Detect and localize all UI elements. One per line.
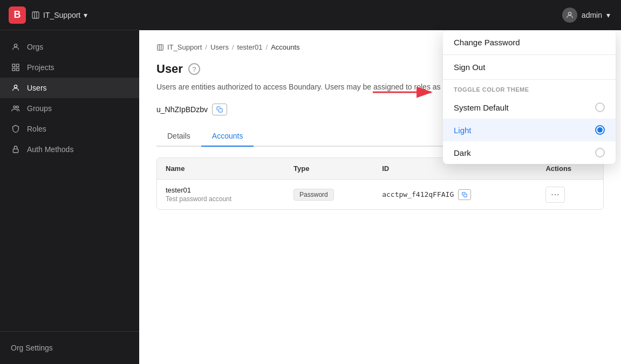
- svg-rect-7: [16, 68, 19, 71]
- sidebar: B IT_Support ▾ Orgs Projects: [0, 0, 139, 364]
- theme-dark-radio: [595, 148, 605, 157]
- account-id-text: acctpw_f412qFFAIG: [382, 190, 454, 198]
- admin-menu[interactable]: admin ▾: [562, 8, 610, 23]
- accounts-table-container: Name Type ID Actions tester01 Test passw…: [156, 157, 604, 210]
- svg-rect-17: [464, 194, 467, 196]
- sidebar-item-orgs[interactable]: Orgs: [0, 37, 139, 57]
- sidebar-item-projects-label: Projects: [27, 63, 54, 72]
- svg-point-10: [16, 106, 18, 108]
- svg-point-12: [568, 12, 571, 15]
- sidebar-item-groups[interactable]: Groups: [0, 98, 139, 119]
- org-icon: [11, 42, 21, 52]
- copy-user-id-button[interactable]: [212, 104, 227, 115]
- sidebar-item-orgs-label: Orgs: [27, 43, 43, 51]
- account-actions-cell: ···: [537, 180, 603, 210]
- sidebar-item-auth-methods[interactable]: Auth Methods: [0, 139, 139, 160]
- admin-label: admin: [582, 11, 602, 19]
- theme-dark-option[interactable]: Dark: [443, 141, 616, 164]
- change-password-option[interactable]: Change Password: [443, 30, 616, 54]
- svg-rect-5: [16, 64, 19, 67]
- sidebar-item-users[interactable]: Users: [0, 78, 139, 98]
- theme-light-radio: [595, 125, 605, 135]
- workspace-chevron: ▾: [84, 11, 87, 19]
- theme-light-option[interactable]: Light: [443, 119, 616, 141]
- theme-light-radio-inner: [597, 127, 603, 133]
- breadcrumb-building-icon: [156, 44, 164, 51]
- svg-point-9: [13, 106, 16, 108]
- theme-section-label: TOGGLE COLOR THEME: [443, 80, 616, 96]
- type-badge: Password: [294, 189, 334, 201]
- sidebar-item-org-settings-label: Org Settings: [11, 344, 53, 352]
- breadcrumb-sep-2: /: [232, 43, 234, 51]
- user-dropdown-menu: Change Password Sign Out TOGGLE COLOR TH…: [443, 30, 616, 164]
- sidebar-footer: Org Settings: [0, 331, 139, 364]
- sidebar-header: B IT_Support ▾: [0, 0, 139, 30]
- tab-details[interactable]: Details: [156, 126, 201, 147]
- sidebar-item-roles[interactable]: Roles: [0, 119, 139, 139]
- grid-icon: [11, 63, 21, 72]
- user-icon: [11, 83, 21, 93]
- sidebar-item-users-label: Users: [27, 84, 47, 92]
- theme-dark-label: Dark: [454, 148, 471, 157]
- help-icon[interactable]: ?: [188, 63, 200, 75]
- page-title: User: [156, 62, 183, 76]
- sidebar-item-projects[interactable]: Projects: [0, 57, 139, 78]
- admin-chevron: ▾: [606, 11, 610, 19]
- breadcrumb-tester01[interactable]: tester01: [237, 43, 263, 51]
- breadcrumb-sep-3: /: [266, 43, 268, 51]
- theme-light-label: Light: [454, 126, 472, 135]
- svg-rect-0: [32, 12, 39, 18]
- app-logo: B: [9, 6, 26, 24]
- accounts-table: Name Type ID Actions tester01 Test passw…: [157, 158, 603, 209]
- breadcrumb-it-support[interactable]: IT_Support: [167, 43, 202, 51]
- tab-accounts[interactable]: Accounts: [201, 126, 254, 147]
- col-header-name: Name: [157, 158, 285, 180]
- svg-point-8: [14, 85, 17, 88]
- breadcrumb-users[interactable]: Users: [210, 43, 229, 51]
- account-name-cell: tester01 Test password account: [157, 180, 285, 210]
- table-body: tester01 Test password account Password …: [157, 180, 603, 210]
- sidebar-item-auth-methods-label: Auth Methods: [27, 145, 73, 154]
- col-header-type: Type: [285, 158, 373, 180]
- svg-rect-16: [219, 109, 222, 113]
- sidebar-item-roles-label: Roles: [27, 125, 46, 133]
- table-row: tester01 Test password account Password …: [157, 180, 603, 210]
- group-icon: [11, 104, 21, 113]
- account-sub: Test password account: [166, 195, 276, 203]
- theme-system-label: System Default: [454, 103, 509, 112]
- user-id: u_NhZIpBDzbv: [156, 105, 208, 114]
- sidebar-nav: Orgs Projects Users Groups: [0, 30, 139, 331]
- theme-system-radio: [595, 102, 605, 112]
- workspace-selector[interactable]: IT_Support ▾: [31, 11, 87, 19]
- sidebar-item-groups-label: Groups: [27, 104, 52, 113]
- account-name: tester01: [166, 186, 276, 194]
- svg-rect-6: [12, 68, 15, 71]
- sign-out-option[interactable]: Sign Out: [443, 55, 616, 79]
- sidebar-item-org-settings[interactable]: Org Settings: [0, 338, 139, 358]
- topbar: admin ▾: [139, 0, 621, 30]
- breadcrumb-accounts: Accounts: [271, 43, 299, 51]
- breadcrumb-sep-1: /: [205, 43, 207, 51]
- lock-icon: [11, 145, 21, 154]
- workspace-label: IT_Support: [43, 11, 80, 19]
- account-type-cell: Password: [285, 180, 373, 210]
- svg-rect-4: [12, 64, 15, 67]
- copy-account-id-button[interactable]: [458, 189, 471, 200]
- theme-system-option[interactable]: System Default: [443, 96, 616, 119]
- svg-point-3: [14, 44, 17, 47]
- building-icon: [31, 11, 40, 19]
- svg-rect-13: [158, 44, 163, 50]
- svg-rect-11: [13, 149, 18, 153]
- shield-icon: [11, 124, 21, 134]
- admin-avatar: [562, 8, 577, 23]
- actions-button[interactable]: ···: [545, 187, 565, 203]
- account-id-cell: acctpw_f412qFFAIG: [373, 180, 537, 210]
